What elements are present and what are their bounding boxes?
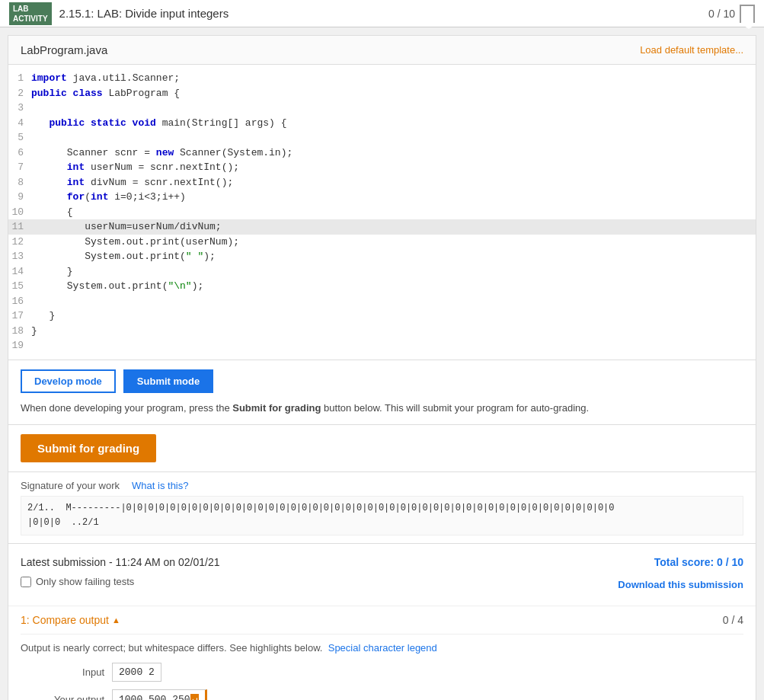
- total-score: Total score: 0 / 10: [654, 556, 743, 568]
- code-line-6: 6 Scanner scnr = new Scanner(System.in);: [8, 145, 756, 161]
- test-body: Output is nearly correct; but whitespace…: [21, 634, 743, 700]
- top-bar-left: LAB ACTIVITY 2.15.1: LAB: Divide input i…: [9, 2, 229, 25]
- top-bar: LAB ACTIVITY 2.15.1: LAB: Divide input i…: [0, 0, 764, 27]
- code-line-5: 5: [8, 130, 756, 145]
- file-header: LabProgram.java Load default template...: [8, 36, 756, 65]
- compare-output-title[interactable]: 1: Compare output: [21, 614, 120, 626]
- code-line-14: 14 }: [8, 264, 756, 280]
- activity-title: 2.15.1: LAB: Divide input integers: [59, 7, 229, 20]
- code-line-13: 13 System.out.print(" ");: [8, 249, 756, 264]
- code-line-7: 7 int userNum = scnr.nextInt();: [8, 160, 756, 175]
- your-output-value: 1000 500 250↵: [112, 689, 207, 700]
- develop-mode-button[interactable]: Develop mode: [21, 369, 116, 393]
- code-line-8: 8 int divNum = scnr.nextInt();: [8, 175, 756, 190]
- score-value: 0 / 10: [708, 8, 735, 20]
- code-line-1: 1 import java.util.Scanner;: [8, 71, 756, 86]
- download-submission-link[interactable]: Download this submission: [618, 579, 743, 590]
- code-line-4: 4 public static void main(String[] args)…: [8, 116, 756, 131]
- total-score-value: 0 / 10: [717, 556, 743, 568]
- code-line-11: 11 userNum=userNum/divNum;: [8, 219, 756, 235]
- code-line-3: 3: [8, 101, 756, 116]
- code-line-16: 16: [8, 294, 756, 309]
- test-section: 1: Compare output 0 / 4 Output is nearly…: [8, 606, 756, 700]
- code-line-10: 10 {: [8, 205, 756, 220]
- code-line-18: 18 }: [8, 324, 756, 339]
- code-editor[interactable]: 1 import java.util.Scanner; 2 public cla…: [8, 65, 756, 360]
- top-bar-score: 0 / 10: [708, 5, 755, 23]
- code-line-19: 19: [8, 338, 756, 353]
- failing-tests-row: Only show failing tests: [21, 576, 134, 587]
- sig-label: Signature of your work: [21, 480, 120, 491]
- mode-description: When done developing your program, press…: [21, 401, 589, 416]
- your-output-label: Your output: [21, 694, 104, 700]
- bookmark-icon: [740, 5, 755, 23]
- input-value: 2000 2: [112, 663, 161, 682]
- sig-header: Signature of your work What is this?: [21, 480, 743, 491]
- submission-header: Latest submission - 11:24 AM on 02/01/21…: [21, 556, 743, 568]
- only-failing-label: Only show failing tests: [36, 576, 134, 587]
- sig-value: 2/1.. M---------|0|0|0|0|0|0|0|0|0|0|0|0…: [21, 496, 743, 535]
- filename: LabProgram.java: [21, 43, 107, 56]
- code-line-9: 9 for(int i=0;i<3;i++): [8, 190, 756, 205]
- submit-bold-text: Submit for grading: [232, 402, 321, 414]
- only-failing-checkbox[interactable]: [21, 577, 31, 587]
- submission-section: Latest submission - 11:24 AM on 02/01/21…: [8, 544, 756, 606]
- special-char-link[interactable]: Special character legend: [328, 642, 437, 654]
- mode-bar: Develop mode Submit mode When done devel…: [8, 360, 756, 426]
- submission-title: Latest submission - 11:24 AM on 02/01/21: [21, 556, 220, 568]
- your-output-row: Your output 1000 500 250↵: [21, 689, 743, 700]
- code-line-17: 17 }: [8, 308, 756, 324]
- submit-mode-button[interactable]: Submit mode: [123, 369, 213, 393]
- code-line-12: 12 System.out.print(userNum);: [8, 235, 756, 250]
- lab-badge: LAB ACTIVITY: [9, 2, 52, 25]
- output-message: Output is nearly correct; but whitespace…: [21, 642, 743, 654]
- code-line-2: 2 public class LabProgram {: [8, 86, 756, 101]
- input-label: Input: [21, 666, 104, 678]
- signature-section: Signature of your work What is this? 2/1…: [8, 472, 756, 544]
- submit-for-grading-button[interactable]: Submit for grading: [21, 434, 156, 462]
- test-score: 0 / 4: [723, 614, 743, 626]
- load-template-link[interactable]: Load default template...: [640, 44, 743, 56]
- sig-what-link[interactable]: What is this?: [132, 480, 188, 491]
- code-line-15: 15 System.out.print("\n");: [8, 279, 756, 294]
- main-container: LabProgram.java Load default template...…: [8, 35, 756, 700]
- submit-section: Submit for grading: [8, 425, 756, 472]
- input-row: Input 2000 2: [21, 663, 743, 682]
- test-header: 1: Compare output 0 / 4: [21, 606, 743, 634]
